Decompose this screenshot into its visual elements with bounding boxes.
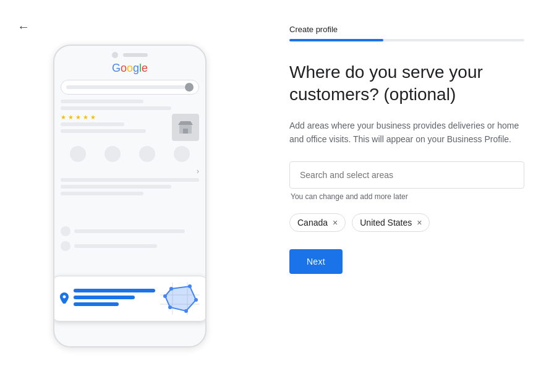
card-line (74, 296, 135, 299)
phone-line (61, 100, 143, 103)
svg-point-10 (184, 309, 188, 313)
phone-icon-circle (61, 226, 70, 236)
left-panel: ← Google ★ (0, 0, 260, 392)
chips-row: Canada × United States × (289, 213, 524, 232)
phone-actions (61, 146, 199, 162)
svg-point-9 (194, 298, 198, 302)
card-pin-icon (60, 292, 69, 305)
phone-listing-left: ★ ★ ★ ★ ★ (61, 114, 167, 141)
next-button[interactable]: Next (289, 249, 343, 274)
card-line (74, 289, 155, 292)
chip-label: United States (360, 218, 412, 228)
phone-line (74, 229, 185, 233)
phone-listing: ★ ★ ★ ★ ★ (61, 114, 199, 141)
phone-bottom-row (61, 226, 199, 236)
star: ★ (90, 114, 96, 120)
phone-store-icon (172, 114, 199, 141)
search-hint: You can change and add more later (289, 192, 524, 201)
card-lines (74, 289, 155, 309)
phone-line (61, 178, 199, 182)
phone-mockup: Google ★ ★ ★ ★ ★ (53, 45, 207, 347)
description: Add areas where your business provides d… (289, 119, 524, 147)
progress-bar-fill (289, 39, 383, 41)
svg-point-11 (168, 305, 172, 309)
svg-point-8 (188, 284, 192, 288)
main-heading: Where do you serve your customers? (opti… (289, 61, 524, 106)
back-button[interactable]: ← (17, 20, 30, 34)
progress-bar-container (289, 39, 524, 41)
phone-result-lines-2 (61, 178, 199, 195)
phone-line (61, 129, 146, 133)
progress-header: Create profile (289, 25, 524, 41)
right-panel: Create profile Where do you serve your c… (260, 0, 554, 392)
chip-close-icon[interactable]: × (333, 218, 338, 227)
phone-action-btn (174, 146, 190, 162)
phone-speaker (123, 53, 148, 57)
progress-label: Create profile (289, 25, 524, 34)
search-input[interactable] (300, 170, 514, 180)
search-input-wrapper[interactable] (289, 161, 524, 189)
svg-point-7 (169, 287, 173, 291)
star: ★ (75, 114, 82, 120)
phone-line (61, 106, 171, 110)
search-line (66, 85, 185, 89)
svg-rect-1 (183, 129, 188, 134)
phone-line (61, 185, 171, 189)
phone-chevron: › (61, 167, 199, 176)
phone-search-icon (185, 83, 194, 92)
phone-search-bar (61, 80, 199, 95)
star: ★ (61, 114, 67, 120)
phone-action-btn (70, 146, 86, 162)
chip-close-icon[interactable]: × (417, 218, 422, 227)
chip-label: Canada (297, 218, 328, 228)
phone-action-btn (104, 146, 121, 162)
google-logo: Google (61, 62, 199, 75)
map-area (160, 283, 200, 315)
card-line (74, 302, 119, 306)
chip-united-states[interactable]: United States × (352, 213, 430, 232)
phone-camera (112, 52, 118, 58)
star: ★ (68, 114, 74, 120)
phone-action-btn (139, 146, 155, 162)
phone-bottom-row (61, 241, 199, 251)
star: ★ (83, 114, 89, 120)
phone-result-lines (61, 100, 199, 110)
chip-canada[interactable]: Canada × (289, 213, 346, 232)
phone-line (61, 122, 124, 126)
phone-card (53, 276, 207, 322)
phone-bottom-lines (54, 226, 205, 251)
stars: ★ ★ ★ ★ ★ (61, 114, 167, 120)
svg-point-12 (163, 294, 167, 298)
phone-line (61, 192, 143, 195)
phone-content: Google ★ ★ ★ ★ ★ (54, 62, 205, 195)
phone-line (74, 244, 157, 248)
phone-top (54, 46, 205, 62)
phone-icon-circle (61, 241, 70, 251)
